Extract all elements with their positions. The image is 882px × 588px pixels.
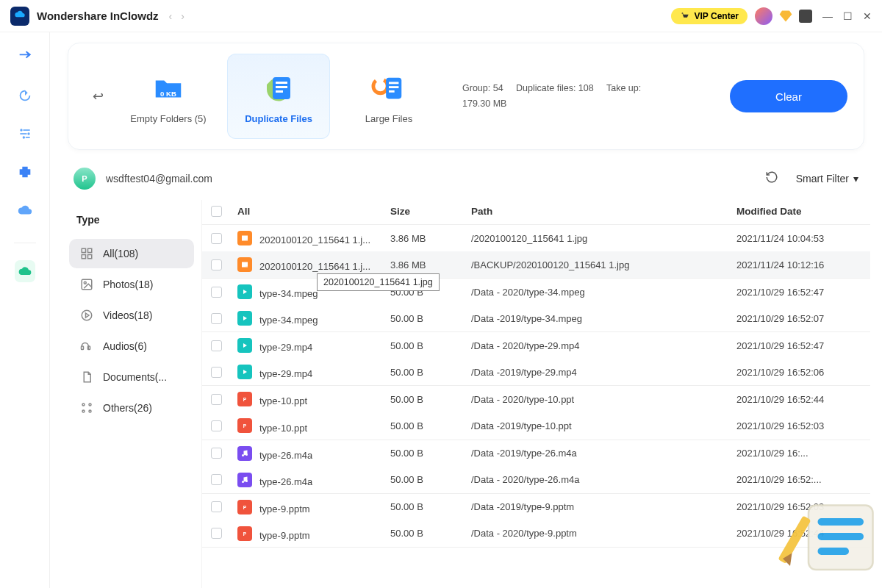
sidebar-head: Type [62,207,201,237]
col-date: Modified Date [736,206,861,217]
row-checkbox[interactable] [211,420,222,431]
row-checkbox[interactable] [211,340,222,351]
sidebar-item-3[interactable]: Audios(6) [69,331,194,361]
file-size: 50.00 B [390,528,471,539]
table-group: 2020100120_115641 1.j...3.86 MB/20201001… [202,225,870,279]
file-size: 50.00 B [390,394,471,405]
table-row[interactable]: type-34.mpeg50.00 B/Data - 2020/type-34.… [202,279,870,305]
col-size: Size [390,206,471,217]
sidebar-item-label: Documents(... [103,371,167,383]
svg-text:P: P [243,504,247,509]
clear-button[interactable]: Clear [730,80,847,112]
sidebar-item-5[interactable]: Others(26) [69,393,194,423]
file-type-icon [237,311,252,326]
table-row[interactable]: Ptype-10.ppt50.00 B/Data -2019/type-10.p… [202,412,870,439]
row-checkbox[interactable] [211,474,222,485]
app-title: Wondershare InClowdz [37,10,159,22]
file-type-icon [237,284,252,299]
file-name: type-34.mpeg [259,315,318,326]
maximize-icon[interactable]: ☐ [843,10,853,22]
rail-sliders-icon[interactable] [15,123,35,144]
row-checkbox[interactable] [211,528,222,539]
category-card-0[interactable]: 0 KBEmpty Folders (5) [117,54,220,139]
svg-point-29 [89,410,91,412]
diamond-icon[interactable] [778,9,793,24]
file-size: 50.00 B [390,474,471,485]
file-size: 50.00 B [390,501,471,512]
svg-rect-19 [88,255,92,259]
category-cards: 0 KBEmpty Folders (5)Duplicate FilesLarg… [117,54,440,139]
svg-point-37 [245,453,248,456]
table-row[interactable]: Ptype-10.ppt50.00 B/Data - 2020/type-10.… [202,386,870,412]
history-nav: ‹ › [166,10,187,22]
file-date: 2021/10/29 16:... [736,448,861,459]
file-table: All Size Path Modified Date 2020100120_1… [201,200,870,588]
table-row[interactable]: Ptype-9.pptm50.00 B/Data -2019/type-9.pp… [202,494,870,520]
row-checkbox[interactable] [211,287,222,298]
rail-transfer-icon[interactable] [15,47,35,68]
sidebar-item-icon [79,370,94,384]
file-date: 2021/11/24 10:12:16 [736,259,861,270]
table-row[interactable]: 2020100120_115641 1.j...3.86 MB/20201001… [202,225,870,251]
row-checkbox[interactable] [211,448,222,459]
nav-back-icon[interactable]: ‹ [166,10,176,22]
row-checkbox[interactable] [211,501,222,512]
table-row[interactable]: type-26.m4a50.00 B/Data - 2020/type-26.m… [202,467,870,493]
sidebar-item-icon [79,277,94,292]
file-type-icon [237,338,252,353]
svg-rect-16 [82,248,85,252]
table-row[interactable]: 2020100120_115641 1.j...3.86 MB/BACKUP/2… [202,251,870,278]
svg-rect-14 [389,86,398,88]
select-all-checkbox[interactable] [211,206,222,217]
file-path: /Data - 2020/type-10.ppt [471,394,736,405]
rail-cloud-icon[interactable] [15,200,35,220]
file-path: /Data -2019/type-26.m4a [471,448,736,459]
table-group: Ptype-10.ppt50.00 B/Data - 2020/type-10.… [202,386,870,440]
row-checkbox[interactable] [211,233,222,244]
rail-puzzle-icon[interactable] [15,162,35,182]
file-path: /Data -2019/type-10.ppt [471,420,736,431]
refresh-icon[interactable] [765,171,778,187]
table-row[interactable]: Ptype-9.pptm50.00 B/Data - 2020/type-9.p… [202,520,870,547]
row-checkbox[interactable] [211,367,222,378]
vip-center-button[interactable]: VIP Center [671,8,747,24]
file-type-icon: P [237,418,252,433]
close-icon[interactable]: ✕ [863,10,872,22]
table-row[interactable]: type-29.mp450.00 B/Data -2019/type-29.mp… [202,359,870,385]
svg-text:P: P [243,423,247,429]
file-size: 50.00 B [390,340,471,351]
stats-block: Group: 54 Duplicate files: 108 Take up: … [462,81,651,112]
table-row[interactable]: type-26.m4a50.00 B/Data -2019/type-26.m4… [202,440,870,467]
stats-takeup-label: Take up: [606,83,641,93]
sidebar-item-4[interactable]: Documents(... [69,362,194,392]
chevron-down-icon: ▾ [853,173,858,184]
sidebar-item-2[interactable]: Videos(18) [69,301,194,330]
row-checkbox[interactable] [211,313,222,324]
category-card-1[interactable]: Duplicate Files [227,54,330,139]
sidebar-item-0[interactable]: All(108) [69,239,194,268]
row-checkbox[interactable] [211,259,222,270]
back-button[interactable]: ↩ [85,83,111,110]
nav-forward-icon[interactable]: › [178,10,187,22]
svg-rect-3 [20,133,26,135]
card-label: Large Files [365,113,412,124]
row-checkbox[interactable] [211,394,222,405]
rail-pcloud-icon[interactable] [15,261,35,282]
svg-point-2 [27,132,29,135]
sidebar-item-1[interactable]: Photos(18) [69,270,194,299]
rail-sync-icon[interactable] [15,85,35,106]
minimize-icon[interactable]: — [822,10,833,22]
avatar[interactable] [755,7,772,25]
clipboard-icon[interactable] [799,10,812,23]
smart-filter-dropdown[interactable]: Smart Filter ▾ [796,173,858,184]
file-date: 2021/10/29 16:52:44 [736,394,861,405]
table-group: type-29.mp450.00 B/Data - 2020/type-29.m… [202,332,870,386]
table-row[interactable]: type-34.mpeg50.00 B/Data -2019/type-34.m… [202,305,870,331]
left-rail [0,32,50,588]
category-card-2[interactable]: Large Files [337,54,440,139]
file-name: type-9.pptm [259,530,310,541]
cloud-badge-icon: P [74,168,96,190]
sidebar-item-label: All(108) [103,248,138,259]
filename-tooltip: 2020100120_115641 1.jpg [317,273,440,291]
table-row[interactable]: type-29.mp450.00 B/Data - 2020/type-29.m… [202,332,870,359]
